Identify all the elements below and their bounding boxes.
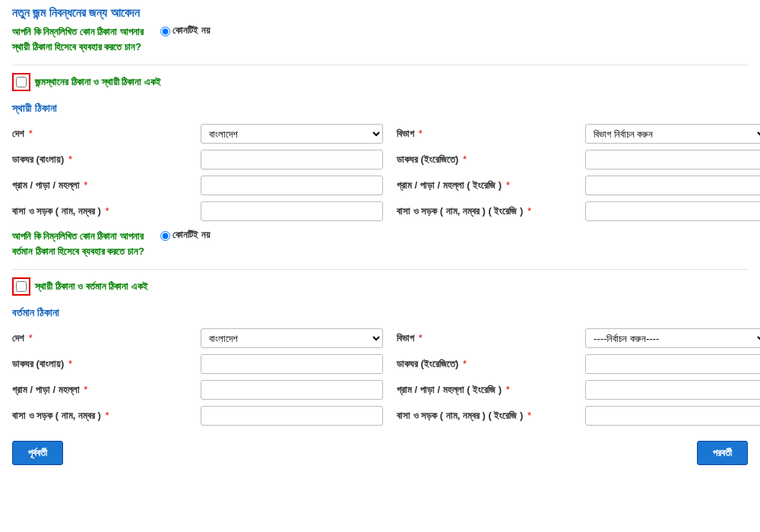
checkbox-birthplace-same[interactable] (16, 77, 27, 87)
perm-post-en-input[interactable] (585, 150, 760, 169)
radio-none-option-2[interactable]: কোনটিই নয় (157, 229, 211, 241)
perm-country-label: দেশ * (12, 128, 187, 140)
radio-none-1[interactable] (160, 27, 170, 36)
checkbox1-label: জন্মস্থানের ঠিকানা ও স্থায়ী ঠিকানা একই (35, 76, 161, 88)
radio-none-2-label: কোনটিই নয় (173, 229, 211, 241)
checkbox-birthplace-same-row: জন্মস্থানের ঠিকানা ও স্থায়ী ঠিকানা একই (12, 73, 748, 91)
pres-division-label: বিভাগ * (397, 332, 572, 344)
perm-road-bn-label: বাসা ও সড়ক ( নাম, নম্বর ) * (12, 205, 187, 217)
pres-country-label: দেশ * (12, 332, 187, 344)
next-button[interactable]: পরবর্তী (697, 441, 748, 465)
pres-division-select[interactable]: ----নির্বাচন করুন---- (585, 328, 760, 348)
separator (12, 65, 748, 65)
perm-village-bn-label: গ্রাম / পাড়া / মহল্লা * (12, 179, 187, 192)
perm-village-bn-input[interactable] (201, 176, 383, 195)
perm-road-en-label: বাসা ও সড়ক ( নাম, নম্বর ) ( ইংরেজি ) * (397, 204, 572, 218)
highlight-box-1 (12, 73, 30, 91)
permanent-address-title: স্থায়ী ঠিকানা (12, 102, 748, 115)
checkbox2-label: স্থায়ী ঠিকানা ও বর্তমান ঠিকানা একই (35, 280, 148, 293)
pres-village-en-input[interactable] (585, 380, 760, 400)
pres-village-bn-label: গ্রাম / পাড়া / মহল্লা * (12, 384, 187, 396)
pres-post-en-input[interactable] (585, 354, 760, 374)
perm-road-bn-input[interactable] (201, 201, 383, 221)
radio-none-2[interactable] (160, 231, 170, 241)
perm-post-bn-input[interactable] (201, 150, 383, 169)
pres-road-en-input[interactable] (585, 406, 760, 426)
pres-post-bn-label: ডাকঘর (বাংলায়) * (12, 358, 187, 370)
checkbox-permanent-same[interactable] (16, 281, 27, 292)
page-title: নতুন জন্ম নিবন্ধনের জন্য আবেদন (12, 6, 748, 20)
checkbox-permanent-same-row: স্থায়ী ঠিকানা ও বর্তমান ঠিকানা একই (12, 277, 748, 296)
pres-road-bn-label: বাসা ও সড়ক ( নাম, নম্বর ) * (12, 410, 187, 422)
perm-division-select[interactable]: বিভাগ নির্বাচন করুন (585, 124, 760, 144)
previous-button[interactable]: পূর্ববর্তী (12, 441, 63, 465)
question-present-address-use: আপনি কি নিম্নলিখিত কোন ঠিকানা আপনার বর্ত… (12, 229, 748, 258)
perm-country-select[interactable]: বাংলাদেশ (201, 124, 383, 144)
highlight-box-2 (12, 277, 30, 296)
pres-post-en-label: ডাকঘর (ইংরেজিতে) * (397, 358, 572, 370)
perm-division-label: বিভাগ * (397, 128, 572, 140)
perm-road-en-input[interactable] (585, 201, 760, 221)
question-permanent-address-use: আপনি কি নিম্নলিখিত কোন ঠিকানা আপনার স্থা… (12, 24, 748, 54)
question2-label: আপনি কি নিম্নলিখিত কোন ঠিকানা আপনার বর্ত… (12, 229, 149, 258)
pres-post-bn-input[interactable] (201, 354, 383, 374)
separator (12, 269, 748, 270)
button-row: পূর্ববর্তী পরবর্তী (12, 441, 748, 465)
pres-road-en-label: বাসা ও সড়ক ( নাম, নম্বর ) ( ইংরেজি ) * (397, 409, 572, 423)
permanent-address-form: দেশ * বাংলাদেশ বিভাগ * বিভাগ নির্বাচন কর… (12, 124, 748, 221)
perm-village-en-label: গ্রাম / পাড়া / মহল্লা ( ইংরেজি ) * (397, 179, 572, 192)
pres-village-bn-input[interactable] (201, 380, 383, 400)
perm-post-en-label: ডাকঘর (ইংরেজিতে) * (397, 154, 572, 166)
pres-country-select[interactable]: বাংলাদেশ (201, 328, 383, 348)
present-address-form: দেশ * বাংলাদেশ বিভাগ * ----নির্বাচন করুন… (12, 328, 748, 426)
perm-village-en-input[interactable] (585, 176, 760, 195)
radio-none-1-label: কোনটিই নয় (173, 24, 211, 36)
radio-none-option-1[interactable]: কোনটিই নয় (157, 24, 211, 36)
pres-road-bn-input[interactable] (201, 406, 383, 426)
present-address-title: বর্তমান ঠিকানা (12, 306, 748, 319)
pres-village-en-label: গ্রাম / পাড়া / মহল্লা ( ইংরেজি ) * (397, 384, 572, 396)
perm-post-bn-label: ডাকঘর (বাংলায়) * (12, 154, 187, 166)
question1-label: আপনি কি নিম্নলিখিত কোন ঠিকানা আপনার স্থা… (12, 24, 149, 54)
